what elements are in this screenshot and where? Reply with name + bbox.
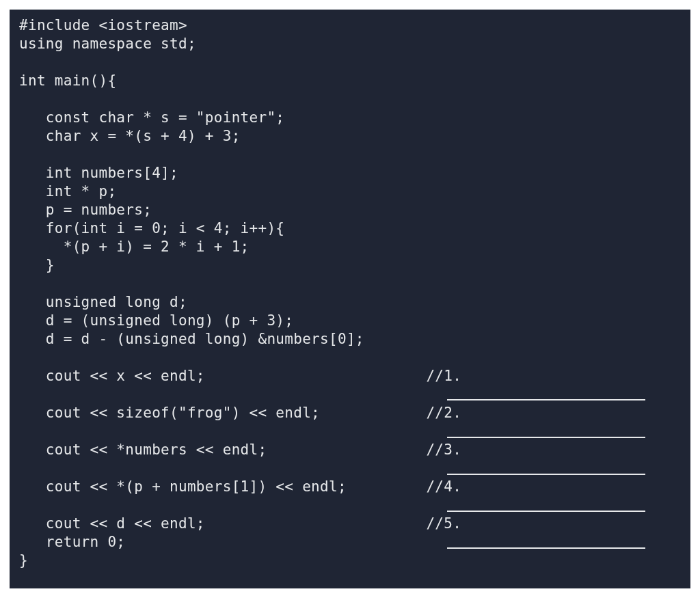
answer-blank-4 xyxy=(447,511,645,512)
code-line: unsigned long d; xyxy=(19,294,187,310)
code-line: char x = *(s + 4) + 3; xyxy=(19,128,241,144)
code-line: using namespace std; xyxy=(19,36,196,52)
code-line: for(int i = 0; i < 4; i++){ xyxy=(19,220,284,236)
code-line: cout << sizeof("frog") << endl; //2. xyxy=(19,405,461,421)
answer-blank-5 xyxy=(447,547,645,549)
code-line: int * p; xyxy=(19,183,116,200)
code-line: return 0; xyxy=(19,534,125,550)
code-listing: #include <iostream> using namespace std;… xyxy=(10,10,690,570)
code-line: int numbers[4]; xyxy=(19,165,178,181)
answer-blank-3 xyxy=(447,474,645,475)
code-line: } xyxy=(19,552,28,569)
code-line: #include <iostream> xyxy=(19,17,187,33)
code-line: } xyxy=(19,257,55,273)
answer-blank-2 xyxy=(447,437,645,438)
code-line: cout << *(p + numbers[1]) << endl; //4. xyxy=(19,478,461,495)
code-line: p = numbers; xyxy=(19,202,152,218)
answer-blank-1 xyxy=(447,399,645,400)
code-line: cout << x << endl; //1. xyxy=(19,368,461,384)
code-block: #include <iostream> using namespace std;… xyxy=(10,10,690,588)
code-line: d = (unsigned long) (p + 3); xyxy=(19,312,293,329)
code-line: int main(){ xyxy=(19,72,116,89)
code-line: cout << *numbers << endl; //3. xyxy=(19,441,461,458)
code-line: *(p + i) = 2 * i + 1; xyxy=(19,239,250,255)
code-line: d = d - (unsigned long) &numbers[0]; xyxy=(19,331,364,347)
code-line: cout << d << endl; //5. xyxy=(19,515,461,532)
code-line: const char * s = "pointer"; xyxy=(19,109,284,126)
